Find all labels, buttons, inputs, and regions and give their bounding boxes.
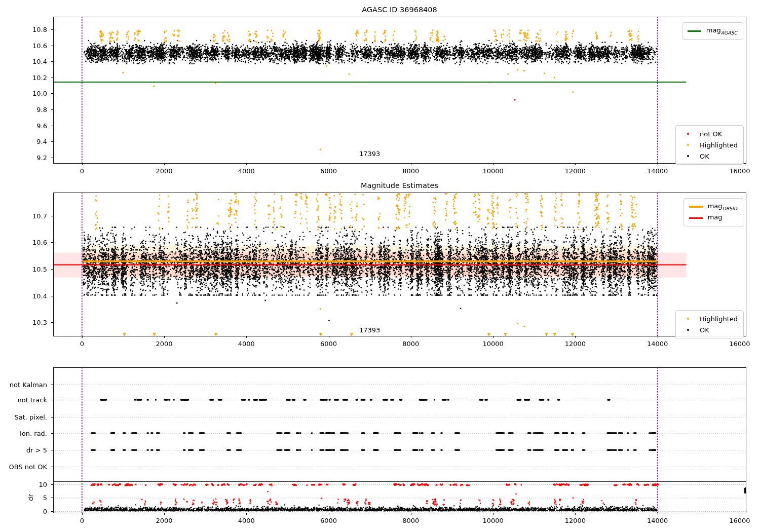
legend-label-mag: mag xyxy=(708,213,723,222)
legend-item-ok: OK xyxy=(681,150,738,162)
legend-label-mag-obsid: magOBSID xyxy=(708,202,737,211)
y-tick-label: 9.6 xyxy=(0,122,47,129)
x-tick-label: 0 xyxy=(80,517,84,524)
legend-flags-top: not OK Highlighted OK xyxy=(675,125,744,165)
legend-label-ok-2: OK xyxy=(700,326,709,334)
legend-label-mag-agasc: magAGASC xyxy=(706,26,737,35)
legend-label-ok: OK xyxy=(700,153,709,160)
x-tick-label: 16000 xyxy=(729,517,750,524)
legend-item-mag-obsid: magOBSID xyxy=(689,201,737,212)
legend-item-highlighted-2: Highlighted xyxy=(681,313,738,324)
mag-agasc-line-swatch xyxy=(688,30,701,32)
legend-item-mag-agasc: magAGASC xyxy=(688,25,737,36)
x-tick-label: 12000 xyxy=(565,517,586,524)
plot2-obsid-annotation: 17393 xyxy=(359,326,380,333)
y-tick-label: 10.8 xyxy=(0,25,47,33)
x-tick-label: 14000 xyxy=(647,340,668,348)
x-tick-label: 2000 xyxy=(156,517,172,524)
x-tick-label: 8000 xyxy=(402,517,419,524)
y-tick-label: 0 xyxy=(0,507,47,515)
y-tick-label: 9.2 xyxy=(0,154,47,161)
ok-dot-swatch-2 xyxy=(681,329,695,331)
not-ok-dot-swatch xyxy=(681,133,695,135)
y-tick-label: not Kalman xyxy=(0,381,47,388)
y-tick-label: 9.4 xyxy=(0,138,47,145)
x-tick-label: 10000 xyxy=(482,167,503,175)
mag-line-swatch xyxy=(689,217,703,219)
legend-mag-agasc: magAGASC xyxy=(682,22,743,40)
legend-item-mag: mag xyxy=(689,212,737,223)
x-tick-label: 10000 xyxy=(482,517,503,524)
y-tick-label: OBS not OK xyxy=(0,463,47,471)
x-tick-label: 0 xyxy=(80,340,84,348)
y-tick-label: 10.6 xyxy=(0,42,47,49)
x-tick-label: 10000 xyxy=(482,340,503,348)
y-tick-label: 10.3 xyxy=(0,319,47,326)
legend-label-highlighted: Highlighted xyxy=(700,141,738,149)
y-tick-label: 10.6 xyxy=(0,239,47,246)
mag-obsid-line-swatch xyxy=(689,206,703,208)
highlighted-dot-swatch-2 xyxy=(681,318,695,320)
x-tick-label: 6000 xyxy=(320,517,337,524)
y-tick-label: 10.0 xyxy=(0,90,47,97)
x-tick-label: 16000 xyxy=(729,340,750,348)
plot1-title: AGASC ID 36968408 xyxy=(53,6,746,14)
x-tick-label: 8000 xyxy=(402,167,419,175)
x-tick-label: 4000 xyxy=(238,517,255,524)
legend-item-ok-2: OK xyxy=(681,324,738,335)
legend-label-not-ok: not OK xyxy=(700,130,722,138)
y-tick-label: dr > 5 xyxy=(0,446,47,454)
x-tick-label: 12000 xyxy=(565,340,586,348)
y-tick-label: 10.4 xyxy=(0,58,47,65)
legend-label-highlighted-2: Highlighted xyxy=(700,315,738,323)
y-tick-label: 10.5 xyxy=(0,265,47,273)
y-tick-label: 10.7 xyxy=(0,212,47,219)
y-tick-label: 5 xyxy=(0,494,47,502)
ok-dot-swatch xyxy=(681,155,695,157)
charts-canvas xyxy=(0,0,760,532)
y-tick-label: not track xyxy=(0,396,47,404)
x-tick-label: 12000 xyxy=(565,167,586,175)
matplotlib-figure: AGASC ID 36968408 Magnitude Estimates 17… xyxy=(0,0,760,532)
y-tick-label: 10.4 xyxy=(0,292,47,299)
x-tick-label: 8000 xyxy=(402,340,419,348)
legend-item-highlighted: Highlighted xyxy=(681,139,738,150)
x-tick-label: 14000 xyxy=(647,167,668,175)
y-tick-label: 9.8 xyxy=(0,106,47,113)
highlighted-dot-swatch xyxy=(681,144,695,146)
x-tick-label: 6000 xyxy=(320,167,337,175)
y-tick-label: 10 xyxy=(0,480,47,488)
x-tick-label: 14000 xyxy=(647,517,668,524)
plot1-obsid-annotation: 17393 xyxy=(359,150,380,158)
legend-item-not-ok: not OK xyxy=(681,128,738,139)
legend-flags-middle: Highlighted OK xyxy=(675,310,744,338)
x-tick-label: 4000 xyxy=(238,167,255,175)
plot2-title: Magnitude Estimates xyxy=(53,181,746,189)
x-tick-label: 2000 xyxy=(156,167,172,175)
x-tick-label: 4000 xyxy=(238,340,255,348)
x-tick-label: 6000 xyxy=(320,340,337,348)
x-tick-label: 0 xyxy=(80,167,84,175)
x-tick-label: 16000 xyxy=(729,167,750,175)
y-tick-label: Ion. rad. xyxy=(0,429,47,437)
y-tick-label: Sat. pixel. xyxy=(0,413,47,421)
y-tick-label: 10.2 xyxy=(0,73,47,81)
x-tick-label: 2000 xyxy=(156,340,172,348)
legend-mag-obsid: magOBSID mag xyxy=(683,198,743,226)
